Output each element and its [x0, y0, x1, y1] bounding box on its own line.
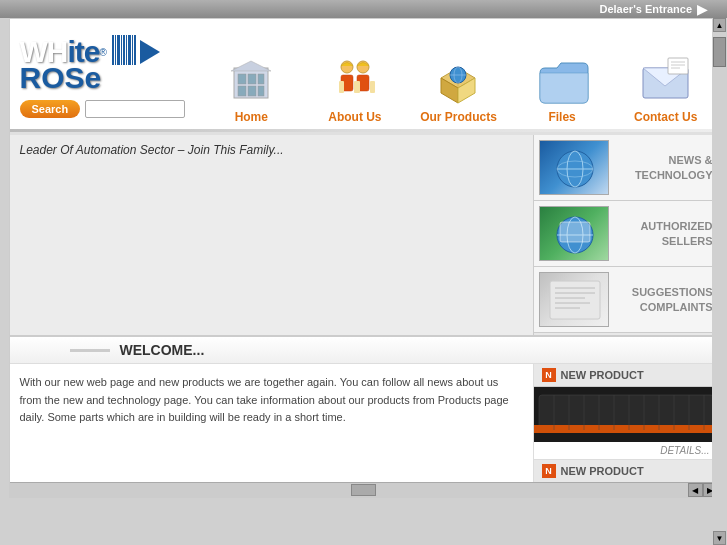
- header: WHite®: [10, 19, 718, 135]
- svg-rect-6: [258, 86, 264, 96]
- authorized-thumb: [539, 206, 609, 261]
- logo-rose-se: Se: [65, 61, 102, 95]
- nav-area: Home: [200, 19, 718, 129]
- nav-about[interactable]: About Us: [315, 53, 395, 124]
- main-content: Leader Of Automation Sector – Join This …: [10, 135, 533, 335]
- new-product-2-header: N NEW PRODUCT: [534, 460, 718, 482]
- suggestions-thumb: [539, 272, 609, 327]
- dealer-arrow: ▶: [697, 2, 707, 17]
- product-1-details[interactable]: DETAILS...: [534, 442, 718, 460]
- new-product-1-header: N NEW PRODUCT: [534, 364, 718, 387]
- bottom-body-text: With our new web page and new products w…: [10, 364, 533, 482]
- scroll-up-arrow[interactable]: ▲: [713, 18, 726, 32]
- svg-rect-17: [370, 81, 375, 93]
- suggestions-label: SUGGESTIONSCOMPLAINTS: [609, 285, 713, 314]
- svg-rect-5: [248, 86, 256, 96]
- nav-about-label: About Us: [328, 110, 381, 124]
- products-icon: [431, 53, 486, 108]
- svg-rect-27: [668, 58, 688, 74]
- nav-products-label: Our Products: [420, 110, 497, 124]
- logo-registered: ®: [100, 47, 107, 58]
- welcome-line: [70, 349, 110, 352]
- bottom-scroll-handle[interactable]: [351, 484, 376, 496]
- svg-rect-1: [238, 74, 246, 84]
- new-product-1-icon: N: [542, 368, 556, 382]
- tagline: Leader Of Automation Sector – Join This …: [20, 143, 523, 157]
- bottom-right: N NEW PRODUCT: [533, 364, 718, 482]
- nav-files[interactable]: Files: [522, 53, 602, 124]
- search-input[interactable]: [85, 100, 185, 118]
- svg-rect-47: [534, 425, 718, 433]
- contact-icon: [638, 53, 693, 108]
- news-label: NEWS &TECHNOLOGY: [609, 153, 713, 182]
- logo-area: WHite®: [10, 19, 200, 129]
- vertical-scrollbar[interactable]: ▲ ▼: [712, 18, 727, 545]
- product-1-image: [534, 387, 718, 442]
- nav-home[interactable]: Home: [211, 53, 291, 124]
- logo-rose-ro: RO: [20, 61, 65, 95]
- home-icon: [224, 53, 279, 108]
- new-product-1-label: NEW PRODUCT: [561, 369, 644, 381]
- news-thumb: [539, 140, 609, 195]
- welcome-header: WELCOME...: [10, 337, 718, 364]
- svg-rect-46: [539, 395, 714, 430]
- nav-home-label: Home: [235, 110, 268, 124]
- svg-rect-3: [258, 74, 264, 84]
- files-icon: [535, 53, 590, 108]
- main-container: WHite®: [9, 18, 719, 498]
- authorized-label: AUTHORIZEDSELLERS: [609, 219, 713, 248]
- scroll-down-area: ▼: [712, 531, 727, 545]
- search-area: Search: [20, 100, 190, 118]
- new-product-2-label: NEW PRODUCT: [561, 465, 644, 477]
- svg-marker-9: [231, 61, 271, 71]
- content-area: Leader Of Automation Sector – Join This …: [10, 135, 718, 335]
- svg-rect-12: [339, 81, 344, 93]
- right-sidebar: NEWS &TECHNOLOGY AUTHORIZEDSELLERS: [533, 135, 718, 335]
- bottom-section: WELCOME... With our new web page and new…: [10, 335, 718, 482]
- svg-rect-4: [238, 86, 246, 96]
- dealer-label: Delaer's Entrance: [600, 3, 693, 15]
- svg-rect-16: [355, 81, 360, 93]
- nav-contact-label: Contact Us: [634, 110, 697, 124]
- sidebar-suggestions[interactable]: SUGGESTIONSCOMPLAINTS: [534, 267, 718, 333]
- header-divider: [10, 129, 718, 132]
- scroll-thumb[interactable]: [713, 37, 726, 67]
- about-icon: [327, 53, 382, 108]
- nav-files-label: Files: [548, 110, 575, 124]
- svg-rect-38: [560, 222, 590, 242]
- new-product-2-icon: N: [542, 464, 556, 478]
- scroll-left-arrow[interactable]: ◀: [688, 483, 703, 497]
- nav-contact[interactable]: Contact Us: [626, 53, 706, 124]
- search-button[interactable]: Search: [20, 100, 81, 118]
- scroll-down-arrow[interactable]: ▼: [713, 531, 726, 545]
- svg-rect-2: [248, 74, 256, 84]
- bottom-content: With our new web page and new products w…: [10, 364, 718, 482]
- welcome-title: WELCOME...: [120, 342, 205, 358]
- barcode-icon: [112, 35, 137, 65]
- bottom-scrollbar[interactable]: ◀ ▶: [10, 482, 718, 497]
- svg-rect-39: [550, 281, 600, 319]
- sidebar-news[interactable]: NEWS &TECHNOLOGY: [534, 135, 718, 201]
- sidebar-authorized[interactable]: AUTHORIZEDSELLERS: [534, 201, 718, 267]
- nav-products[interactable]: Our Products: [418, 53, 498, 124]
- dealer-bar[interactable]: Delaer's Entrance ▶: [0, 0, 727, 18]
